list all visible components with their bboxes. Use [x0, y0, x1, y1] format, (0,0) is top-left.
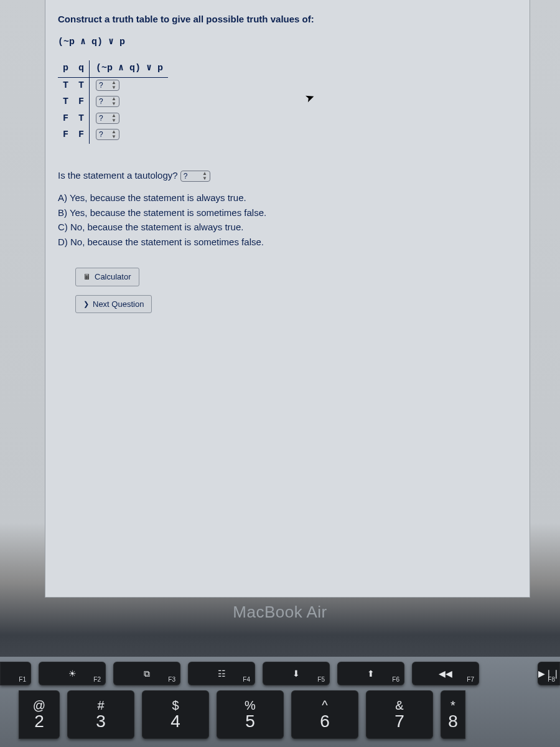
table-row: F T ?▲▼ [58, 111, 168, 128]
brightness-up-icon: ☀ [68, 669, 77, 678]
digit-3-key[interactable]: # 3 [67, 690, 134, 739]
cursor-icon: ➤ [303, 88, 317, 108]
table-row: T T ?▲▼ [58, 77, 168, 94]
row-select[interactable]: ?▲▼ [96, 129, 119, 140]
f5-key[interactable]: ⬇ F5 [263, 662, 330, 685]
rewind-icon: ◀◀ [439, 669, 452, 678]
header-q: q [73, 60, 90, 77]
f1-key[interactable]: F1 [0, 662, 31, 685]
chevron-right-icon: ❯ [83, 299, 89, 309]
mission-control-icon: ⧉ [144, 669, 150, 678]
digit-6-key[interactable]: ^ 6 [291, 690, 358, 739]
digit-5-key[interactable]: % 5 [217, 690, 284, 739]
option-a: A) Yes, because the statement is always … [58, 191, 517, 205]
f6-key[interactable]: ⬆ F6 [337, 662, 404, 685]
kb-brightness-up-icon: ⬆ [367, 669, 375, 678]
header-p: p [58, 60, 73, 77]
calculator-icon: 🖩 [83, 271, 91, 283]
question-expression: (~p ∧ q) ∨ p [58, 35, 517, 50]
digit-7-key[interactable]: & 7 [366, 690, 433, 739]
f7-key[interactable]: ◀◀ F7 [412, 662, 479, 685]
laptop-brand: MacBook Air [0, 603, 560, 622]
question-card: Construct a truth table to give all poss… [45, 0, 530, 598]
header-expr: (~p ∧ q) ∨ p [90, 60, 169, 77]
kb-brightness-down-icon: ⬇ [292, 669, 300, 678]
f3-key[interactable]: ⧉ F3 [113, 662, 180, 685]
f4-key[interactable]: ☷ F4 [188, 662, 255, 685]
option-d: D) No, because the statement is sometime… [58, 235, 517, 250]
truth-table: p q (~p ∧ q) ∨ p T T ?▲▼ T F ?▲▼ F T ?▲▼ [58, 60, 168, 144]
option-b: B) Yes, because the statement is sometim… [58, 206, 517, 220]
tautology-question: Is the statement a tautology? ?▲▼ [58, 169, 517, 183]
option-c: C) No, because the statement is always t… [58, 220, 517, 235]
digit-2-key[interactable]: @ 2 [19, 690, 60, 739]
f8-key[interactable]: ▶❘❘ F8 [538, 662, 560, 685]
digit-8-key[interactable]: * 8 [441, 690, 465, 739]
table-row: F F ?▲▼ [58, 127, 168, 144]
keyboard: F1 ☀ F2 ⧉ F3 ☷ F4 ⬇ F5 ⬆ F6 ◀◀ F7 ▶❘❘ F8 [0, 657, 560, 747]
table-row: T F ?▲▼ [58, 94, 168, 111]
row-select[interactable]: ?▲▼ [96, 80, 119, 91]
row-select[interactable]: ?▲▼ [96, 113, 119, 124]
launchpad-icon: ☷ [218, 669, 226, 678]
calculator-button[interactable]: 🖩 Calculator [75, 268, 139, 286]
tautology-select[interactable]: ?▲▼ [180, 171, 210, 182]
f2-key[interactable]: ☀ F2 [39, 662, 106, 685]
row-select[interactable]: ?▲▼ [96, 96, 119, 107]
question-prompt: Construct a truth table to give all poss… [58, 12, 517, 27]
answer-options: A) Yes, because the statement is always … [58, 191, 517, 249]
digit-4-key[interactable]: $ 4 [142, 690, 209, 739]
next-question-button[interactable]: ❯ Next Question [75, 295, 152, 314]
